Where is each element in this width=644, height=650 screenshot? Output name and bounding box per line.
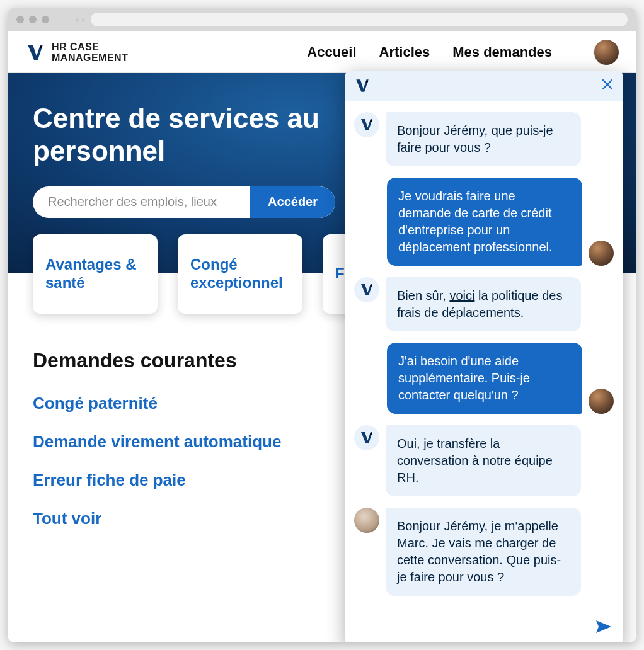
back-icon[interactable]: ‹ [76, 14, 79, 25]
close-icon [601, 78, 614, 91]
chat-text-input[interactable] [355, 621, 595, 634]
category-card-leave[interactable]: Congé exceptionnel [178, 234, 302, 314]
chat-panel: Bonjour Jérémy, que puis-je faire pour v… [345, 71, 623, 642]
chat-message-bot: Bonjour Jérémy, que puis-je faire pour v… [354, 112, 614, 166]
hero-search: Accéder [33, 186, 335, 218]
chat-message-agent: Bonjour Jérémy, je m'appelle Marc. Je va… [354, 508, 614, 596]
svg-point-1 [366, 81, 368, 83]
search-input[interactable] [33, 195, 250, 209]
chat-message-user: J'ai besoin d'une aide supplémentaire. P… [354, 343, 614, 414]
browser-chrome: ‹ › [8, 8, 636, 31]
send-icon [595, 619, 612, 634]
top-nav: Accueil Articles Mes demandes [307, 40, 619, 65]
window-control-dot[interactable] [29, 16, 37, 23]
svg-point-4 [370, 433, 372, 435]
browser-window: ‹ › HR CASE MANAGEMENT Accueil Articles … [8, 8, 636, 642]
brand-name: HR CASE MANAGEMENT [52, 42, 128, 63]
chat-bubble: Oui, je transfère la conversation à notr… [386, 425, 581, 496]
nav-link-articles[interactable]: Articles [379, 44, 430, 60]
user-avatar-icon [589, 241, 614, 266]
chat-bubble: J'ai besoin d'une aide supplémentaire. P… [387, 343, 582, 414]
nav-link-requests[interactable]: Mes demandes [452, 44, 552, 60]
chat-bubble: Je voudrais faire une demande de carte d… [387, 178, 582, 266]
chat-input-row [345, 610, 623, 642]
browser-urlbar[interactable] [91, 13, 628, 26]
category-card-benefits[interactable]: Avantages & santé [33, 234, 158, 314]
user-avatar-icon [589, 389, 614, 414]
bot-avatar-icon [354, 277, 379, 302]
window-control-dot[interactable] [42, 16, 49, 23]
bot-avatar-icon [354, 425, 379, 450]
chat-close-button[interactable] [601, 78, 614, 93]
svg-point-0 [40, 46, 42, 48]
search-go-button[interactable]: Accéder [250, 186, 335, 218]
agent-avatar-icon [354, 508, 379, 533]
chat-message-user: Je voudrais faire une demande de carte d… [354, 178, 614, 266]
chat-send-button[interactable] [595, 619, 612, 637]
chat-bubble: Bonjour Jérémy, je m'appelle Marc. Je va… [386, 508, 581, 596]
nav-link-home[interactable]: Accueil [307, 44, 356, 60]
chat-header [345, 71, 623, 101]
bot-avatar-icon [354, 112, 379, 137]
chat-bubble: Bonjour Jérémy, que puis-je faire pour v… [386, 112, 581, 166]
policy-link[interactable]: voici [449, 288, 474, 302]
forward-icon[interactable]: › [81, 14, 84, 25]
app-header: HR CASE MANAGEMENT Accueil Articles Mes … [8, 31, 636, 73]
chat-message-bot: Oui, je transfère la conversation à notr… [354, 425, 614, 496]
svg-point-3 [370, 285, 372, 287]
browser-nav-arrows: ‹ › [76, 14, 85, 25]
svg-point-2 [370, 120, 372, 122]
user-avatar[interactable] [594, 40, 619, 65]
window-control-dot[interactable] [16, 16, 24, 23]
chat-message-bot: Bien sûr, voici la politique des frais d… [354, 277, 614, 331]
chat-body: Bonjour Jérémy, que puis-je faire pour v… [345, 101, 623, 610]
chat-bubble: Bien sûr, voici la politique des frais d… [386, 277, 581, 331]
brand-logo-icon [25, 42, 45, 62]
chat-brand-icon [354, 77, 371, 94]
